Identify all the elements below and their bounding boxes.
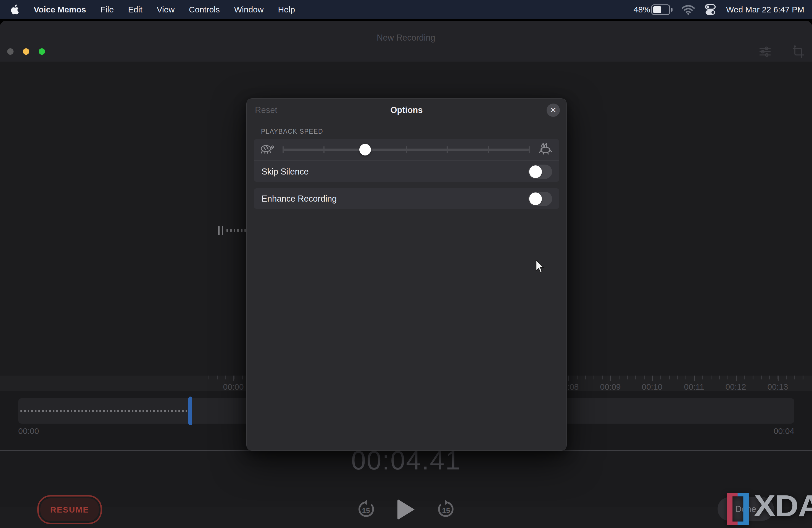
menu-item-file[interactable]: File: [101, 5, 114, 14]
turtle-icon: [259, 143, 274, 155]
skip-silence-toggle[interactable]: [528, 165, 552, 179]
enhance-recording-row: Enhance Recording: [254, 188, 559, 209]
menu-bar: Voice Memos File Edit View Controls Wind…: [0, 0, 812, 19]
ruler-label: 00:12: [725, 382, 746, 392]
battery-indicator[interactable]: 48%: [634, 4, 672, 15]
menu-item-edit[interactable]: Edit: [128, 5, 143, 14]
overview-playhead[interactable]: [188, 397, 192, 425]
skip-back-15-button[interactable]: 15: [356, 499, 376, 520]
wifi-icon[interactable]: [682, 5, 695, 15]
xda-text: XDA: [754, 491, 812, 521]
slider-knob[interactable]: [359, 144, 371, 156]
menu-clock[interactable]: Wed Mar 22 6:47 PM: [726, 5, 804, 14]
playback-speed-slider[interactable]: [283, 149, 529, 151]
close-icon: ✕: [550, 106, 556, 115]
ruler-label: 00:11: [684, 382, 704, 392]
crop-trim-icon[interactable]: [792, 45, 805, 58]
enhance-card: Enhance Recording: [254, 188, 559, 209]
menu-item-help[interactable]: Help: [278, 5, 295, 14]
resume-record-button[interactable]: RESUME: [37, 495, 102, 524]
playback-controls: 15 15: [356, 497, 456, 522]
overview-start-time: 00:00: [18, 426, 39, 436]
menu-item-window[interactable]: Window: [234, 5, 264, 14]
minimize-window-button[interactable]: [23, 48, 29, 55]
battery-percent: 48%: [634, 5, 650, 14]
xda-bracket-right: ]: [737, 489, 749, 523]
ruler-label: 00:13: [767, 382, 788, 392]
mouse-cursor: [535, 260, 546, 275]
zoom-window-button[interactable]: [39, 48, 45, 55]
playback-options-icon[interactable]: [758, 45, 772, 58]
desktop: Voice Memos File Edit View Controls Wind…: [0, 0, 812, 528]
xda-watermark-logo: [ ] XDA: [726, 489, 812, 523]
menu-app-name[interactable]: Voice Memos: [34, 5, 86, 14]
skip-silence-row: Skip Silence: [254, 161, 559, 182]
ruler-label: 00:09: [600, 382, 621, 392]
apple-logo-icon[interactable]: [10, 4, 19, 15]
overview-end-time: 00:04: [773, 426, 794, 436]
ruler-label: 00:10: [642, 382, 662, 392]
svg-text:15: 15: [362, 507, 370, 515]
battery-icon: [651, 4, 670, 15]
skip-forward-15-button[interactable]: 15: [436, 499, 456, 520]
ruler-label: 00:00: [223, 382, 244, 392]
window-titlebar: New Recording: [0, 21, 812, 62]
options-dialog: Reset Options ✕ PLAYBACK SPEED: [246, 98, 567, 451]
traffic-lights: [7, 48, 45, 55]
svg-text:15: 15: [442, 507, 450, 515]
close-window-button[interactable]: [7, 48, 14, 55]
control-center-icon[interactable]: [704, 3, 717, 16]
close-dialog-button[interactable]: ✕: [547, 104, 560, 117]
speed-and-skip-card: Skip Silence: [254, 139, 559, 182]
dialog-title: Options: [247, 105, 566, 115]
menu-item-view[interactable]: View: [157, 5, 175, 14]
enhance-recording-toggle[interactable]: [528, 192, 552, 206]
playback-speed-label: PLAYBACK SPEED: [261, 128, 323, 135]
enhance-recording-label: Enhance Recording: [262, 194, 337, 204]
rabbit-icon: [538, 143, 554, 155]
skip-silence-label: Skip Silence: [262, 167, 309, 177]
window-title: New Recording: [0, 33, 812, 43]
playback-speed-slider-row: [254, 139, 559, 160]
xda-bracket-left: [: [725, 489, 737, 523]
play-button[interactable]: [397, 499, 415, 520]
menu-item-controls[interactable]: Controls: [189, 5, 220, 14]
